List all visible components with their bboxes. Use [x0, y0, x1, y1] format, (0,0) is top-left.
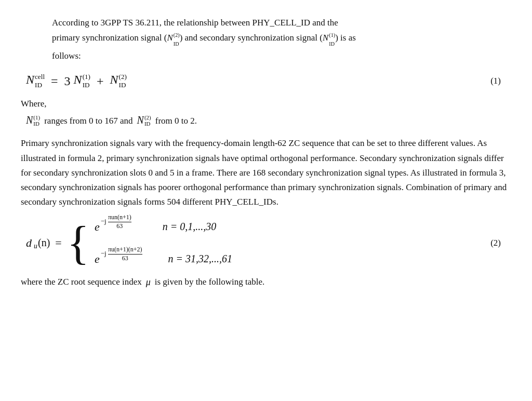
f1-plus: +	[97, 74, 104, 88]
f1-N2-letter: N	[110, 73, 118, 87]
f1-N1-scripts: (1) ID	[83, 73, 90, 89]
f1-N2-sup: (2)	[119, 73, 127, 81]
range-text1: ranges from 0 to 167 and	[44, 116, 132, 126]
f1-N2-scripts: (2) ID	[119, 73, 127, 89]
f2-case2-exponent: −j πu(n+1)(n+2) 63	[101, 246, 142, 262]
formula1-block: N cell ID = 3 N (1) ID + N (2	[26, 73, 511, 89]
zc-mu: μ	[146, 277, 151, 288]
f2-case1-den: 63	[116, 222, 123, 230]
range-N2-sup: (2)	[144, 114, 151, 121]
f2-case1-cond: n = 0,1,...,30	[163, 221, 217, 233]
f2-case2: e −j πu(n+1)(n+2) 63 n = 31,32,...,61	[95, 251, 232, 268]
range-N2: N (2) ID	[137, 114, 151, 127]
formula1-number: (1)	[490, 76, 501, 86]
intro-N2-scripts: (2) ID	[174, 31, 180, 49]
range-N2-scripts: (2) ID	[144, 114, 151, 127]
range-N1-sup: (1)	[33, 114, 40, 121]
range-N1-letter: N	[26, 114, 33, 126]
f2-d-letter: d	[26, 236, 32, 250]
intro-end: ) is as	[335, 33, 356, 43]
range-N2-letter: N	[137, 114, 144, 126]
f1-Ncell: N cell ID	[26, 73, 45, 89]
f1-N-sup: cell	[35, 73, 45, 81]
intro-N2: N (2) ID	[167, 31, 179, 49]
f1-coeff: 3	[64, 74, 71, 88]
range-N1-sub: ID	[33, 121, 39, 127]
zc-where-block: where the ZC root sequence index μ is gi…	[21, 277, 511, 288]
f2-case2-frac: πu(n+1)(n+2) 63	[108, 246, 142, 262]
intro-N1-scripts: (1) ID	[329, 31, 335, 49]
formula2-block: d u (n) = { e −j πun(n+1) 63	[26, 219, 511, 268]
intro-N2-sub: ID	[174, 39, 179, 48]
f1-N-sub: ID	[35, 81, 42, 89]
f1-N2-sub: ID	[119, 81, 126, 89]
where-text: Where,	[21, 99, 47, 109]
formula1-math: N cell ID = 3 N (1) ID + N (2	[26, 73, 127, 89]
f2-case1-exponent: −j πun(n+1) 63	[101, 213, 131, 230]
f1-N-letter: N	[26, 73, 34, 87]
intro-line1: According to 3GPP TS 36.211, the relatio…	[52, 18, 338, 28]
range-N2-sub: ID	[144, 121, 151, 127]
f1-N2: N (2) ID	[110, 73, 127, 89]
f1-N1-sub: ID	[83, 81, 90, 89]
formula1-row: N cell ID = 3 N (1) ID + N (2	[26, 73, 511, 89]
f2-case2-cond: n = 31,32,...,61	[168, 253, 233, 265]
intro-N1-letter: N	[323, 31, 328, 46]
intro-N2-letter: N	[167, 31, 172, 46]
f1-equals: =	[51, 74, 58, 88]
zc-text1: where the ZC root sequence index	[21, 277, 142, 287]
intro-N2-sup: (2)	[174, 31, 180, 39]
intro-paragraph: According to 3GPP TS 36.211, the relatio…	[52, 16, 511, 63]
f2-case1-base: e	[95, 220, 100, 234]
f2-equals: =	[55, 236, 61, 250]
range-N1-scripts: (1) ID	[33, 114, 40, 127]
where-label: Where,	[21, 99, 511, 109]
formula2-row: d u (n) = { e −j πun(n+1) 63	[26, 219, 511, 268]
f2-curly-brace: {	[67, 222, 89, 264]
f2-case1-num: πun(n+1)	[108, 213, 131, 222]
f2-case1-frac: πun(n+1) 63	[108, 213, 131, 230]
intro-follows: follows:	[52, 51, 81, 61]
f2-n-arg: (n)	[38, 237, 50, 249]
intro-N1-sup: (1)	[329, 31, 335, 39]
formula2-number: (2)	[490, 238, 501, 248]
intro-line2-start: primary synchronization signal (	[52, 33, 167, 43]
f2-case2-num: πu(n+1)(n+2)	[108, 246, 142, 255]
intro-middle: ) and secondary synchronization signal (	[180, 33, 323, 43]
f2-cases: e −j πun(n+1) 63 n = 0,1,...,30 e	[95, 219, 232, 268]
f1-N1-sup: (1)	[83, 73, 90, 81]
f2-case2-exp-prefix: −j πu(n+1)(n+2) 63	[101, 246, 142, 262]
body-paragraph1: Primary synchronization signals vary wit…	[21, 136, 511, 209]
f2-case1: e −j πun(n+1) 63 n = 0,1,...,30	[95, 219, 232, 235]
f2-case2-den: 63	[122, 255, 128, 262]
range-text2: from 0 to 2.	[155, 116, 197, 126]
f2-case2-base: e	[95, 252, 100, 266]
f1-N-scripts: cell ID	[35, 73, 45, 89]
f1-N1: N (1) ID	[74, 73, 90, 89]
intro-N1-sub: ID	[329, 39, 335, 48]
zc-text2: is given by the following table.	[155, 277, 265, 287]
f2-d-sub: u	[34, 242, 37, 250]
f1-N1-letter: N	[74, 73, 82, 87]
f2-case1-exp-prefix: −j πun(n+1) 63	[101, 213, 131, 230]
intro-N1: N (1) ID	[323, 31, 335, 49]
range-N1: N (1) ID	[26, 114, 40, 127]
ranges-block: N (1) ID ranges from 0 to 167 and N (2) …	[26, 114, 511, 127]
